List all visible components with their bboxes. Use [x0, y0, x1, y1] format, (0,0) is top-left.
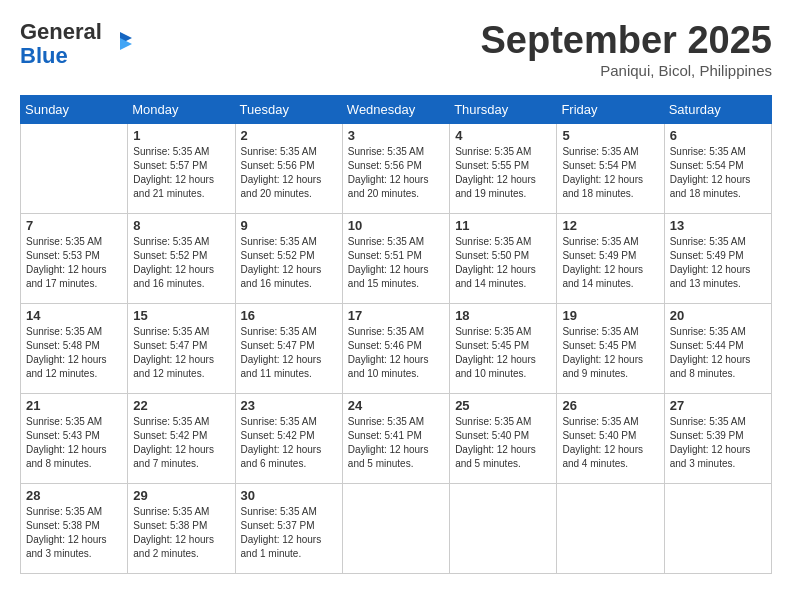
day-number: 14 [26, 308, 122, 323]
calendar-cell: 24Sunrise: 5:35 AM Sunset: 5:41 PM Dayli… [342, 393, 449, 483]
day-info: Sunrise: 5:35 AM Sunset: 5:38 PM Dayligh… [26, 505, 122, 561]
day-number: 17 [348, 308, 444, 323]
page-header: General Blue September 2025 Paniqui, Bic… [20, 20, 772, 79]
day-info: Sunrise: 5:35 AM Sunset: 5:41 PM Dayligh… [348, 415, 444, 471]
day-number: 28 [26, 488, 122, 503]
calendar-cell [664, 483, 771, 573]
calendar-cell: 23Sunrise: 5:35 AM Sunset: 5:42 PM Dayli… [235, 393, 342, 483]
week-row-4: 21Sunrise: 5:35 AM Sunset: 5:43 PM Dayli… [21, 393, 772, 483]
day-info: Sunrise: 5:35 AM Sunset: 5:45 PM Dayligh… [455, 325, 551, 381]
day-info: Sunrise: 5:35 AM Sunset: 5:45 PM Dayligh… [562, 325, 658, 381]
week-row-5: 28Sunrise: 5:35 AM Sunset: 5:38 PM Dayli… [21, 483, 772, 573]
day-number: 10 [348, 218, 444, 233]
calendar-cell: 18Sunrise: 5:35 AM Sunset: 5:45 PM Dayli… [450, 303, 557, 393]
day-info: Sunrise: 5:35 AM Sunset: 5:40 PM Dayligh… [562, 415, 658, 471]
day-info: Sunrise: 5:35 AM Sunset: 5:42 PM Dayligh… [241, 415, 337, 471]
calendar-cell: 11Sunrise: 5:35 AM Sunset: 5:50 PM Dayli… [450, 213, 557, 303]
day-info: Sunrise: 5:35 AM Sunset: 5:39 PM Dayligh… [670, 415, 766, 471]
calendar-cell: 5Sunrise: 5:35 AM Sunset: 5:54 PM Daylig… [557, 123, 664, 213]
day-number: 8 [133, 218, 229, 233]
title-block: September 2025 Paniqui, Bicol, Philippin… [481, 20, 773, 79]
day-info: Sunrise: 5:35 AM Sunset: 5:44 PM Dayligh… [670, 325, 766, 381]
day-number: 9 [241, 218, 337, 233]
day-number: 26 [562, 398, 658, 413]
logo: General Blue [20, 20, 134, 68]
day-info: Sunrise: 5:35 AM Sunset: 5:52 PM Dayligh… [133, 235, 229, 291]
location-subtitle: Paniqui, Bicol, Philippines [481, 62, 773, 79]
day-number: 3 [348, 128, 444, 143]
calendar-cell: 21Sunrise: 5:35 AM Sunset: 5:43 PM Dayli… [21, 393, 128, 483]
day-info: Sunrise: 5:35 AM Sunset: 5:56 PM Dayligh… [348, 145, 444, 201]
column-header-friday: Friday [557, 95, 664, 123]
day-info: Sunrise: 5:35 AM Sunset: 5:42 PM Dayligh… [133, 415, 229, 471]
calendar-cell: 7Sunrise: 5:35 AM Sunset: 5:53 PM Daylig… [21, 213, 128, 303]
day-number: 18 [455, 308, 551, 323]
logo-flag-icon [106, 30, 134, 58]
calendar-cell: 14Sunrise: 5:35 AM Sunset: 5:48 PM Dayli… [21, 303, 128, 393]
day-info: Sunrise: 5:35 AM Sunset: 5:48 PM Dayligh… [26, 325, 122, 381]
calendar-cell: 30Sunrise: 5:35 AM Sunset: 5:37 PM Dayli… [235, 483, 342, 573]
day-number: 15 [133, 308, 229, 323]
day-number: 29 [133, 488, 229, 503]
day-info: Sunrise: 5:35 AM Sunset: 5:47 PM Dayligh… [133, 325, 229, 381]
calendar-cell [342, 483, 449, 573]
calendar-cell: 16Sunrise: 5:35 AM Sunset: 5:47 PM Dayli… [235, 303, 342, 393]
logo-general-text: General [20, 19, 102, 44]
calendar-cell: 9Sunrise: 5:35 AM Sunset: 5:52 PM Daylig… [235, 213, 342, 303]
day-number: 6 [670, 128, 766, 143]
column-header-sunday: Sunday [21, 95, 128, 123]
calendar-cell: 25Sunrise: 5:35 AM Sunset: 5:40 PM Dayli… [450, 393, 557, 483]
calendar-cell: 3Sunrise: 5:35 AM Sunset: 5:56 PM Daylig… [342, 123, 449, 213]
day-number: 2 [241, 128, 337, 143]
column-header-monday: Monday [128, 95, 235, 123]
calendar-cell: 13Sunrise: 5:35 AM Sunset: 5:49 PM Dayli… [664, 213, 771, 303]
day-info: Sunrise: 5:35 AM Sunset: 5:38 PM Dayligh… [133, 505, 229, 561]
day-info: Sunrise: 5:35 AM Sunset: 5:56 PM Dayligh… [241, 145, 337, 201]
calendar-cell: 1Sunrise: 5:35 AM Sunset: 5:57 PM Daylig… [128, 123, 235, 213]
calendar-cell: 8Sunrise: 5:35 AM Sunset: 5:52 PM Daylig… [128, 213, 235, 303]
calendar-cell: 2Sunrise: 5:35 AM Sunset: 5:56 PM Daylig… [235, 123, 342, 213]
week-row-3: 14Sunrise: 5:35 AM Sunset: 5:48 PM Dayli… [21, 303, 772, 393]
calendar-cell: 6Sunrise: 5:35 AM Sunset: 5:54 PM Daylig… [664, 123, 771, 213]
calendar-cell [557, 483, 664, 573]
day-info: Sunrise: 5:35 AM Sunset: 5:43 PM Dayligh… [26, 415, 122, 471]
day-info: Sunrise: 5:35 AM Sunset: 5:52 PM Dayligh… [241, 235, 337, 291]
day-info: Sunrise: 5:35 AM Sunset: 5:47 PM Dayligh… [241, 325, 337, 381]
calendar-cell: 4Sunrise: 5:35 AM Sunset: 5:55 PM Daylig… [450, 123, 557, 213]
calendar-cell: 28Sunrise: 5:35 AM Sunset: 5:38 PM Dayli… [21, 483, 128, 573]
calendar-cell: 26Sunrise: 5:35 AM Sunset: 5:40 PM Dayli… [557, 393, 664, 483]
day-info: Sunrise: 5:35 AM Sunset: 5:55 PM Dayligh… [455, 145, 551, 201]
calendar-cell [450, 483, 557, 573]
calendar-cell: 29Sunrise: 5:35 AM Sunset: 5:38 PM Dayli… [128, 483, 235, 573]
calendar-cell: 20Sunrise: 5:35 AM Sunset: 5:44 PM Dayli… [664, 303, 771, 393]
day-info: Sunrise: 5:35 AM Sunset: 5:57 PM Dayligh… [133, 145, 229, 201]
day-number: 19 [562, 308, 658, 323]
day-info: Sunrise: 5:35 AM Sunset: 5:46 PM Dayligh… [348, 325, 444, 381]
calendar-table: SundayMondayTuesdayWednesdayThursdayFrid… [20, 95, 772, 574]
calendar-cell: 15Sunrise: 5:35 AM Sunset: 5:47 PM Dayli… [128, 303, 235, 393]
week-row-2: 7Sunrise: 5:35 AM Sunset: 5:53 PM Daylig… [21, 213, 772, 303]
calendar-cell: 17Sunrise: 5:35 AM Sunset: 5:46 PM Dayli… [342, 303, 449, 393]
column-header-tuesday: Tuesday [235, 95, 342, 123]
day-info: Sunrise: 5:35 AM Sunset: 5:49 PM Dayligh… [670, 235, 766, 291]
day-info: Sunrise: 5:35 AM Sunset: 5:54 PM Dayligh… [670, 145, 766, 201]
column-header-saturday: Saturday [664, 95, 771, 123]
day-number: 30 [241, 488, 337, 503]
calendar-header-row: SundayMondayTuesdayWednesdayThursdayFrid… [21, 95, 772, 123]
day-number: 4 [455, 128, 551, 143]
calendar-cell: 10Sunrise: 5:35 AM Sunset: 5:51 PM Dayli… [342, 213, 449, 303]
logo-blue-text: Blue [20, 43, 68, 68]
day-info: Sunrise: 5:35 AM Sunset: 5:50 PM Dayligh… [455, 235, 551, 291]
day-number: 27 [670, 398, 766, 413]
day-number: 5 [562, 128, 658, 143]
day-number: 23 [241, 398, 337, 413]
calendar-cell: 19Sunrise: 5:35 AM Sunset: 5:45 PM Dayli… [557, 303, 664, 393]
calendar-cell: 12Sunrise: 5:35 AM Sunset: 5:49 PM Dayli… [557, 213, 664, 303]
day-number: 1 [133, 128, 229, 143]
day-number: 21 [26, 398, 122, 413]
day-number: 13 [670, 218, 766, 233]
day-number: 20 [670, 308, 766, 323]
calendar-cell [21, 123, 128, 213]
day-info: Sunrise: 5:35 AM Sunset: 5:40 PM Dayligh… [455, 415, 551, 471]
day-number: 7 [26, 218, 122, 233]
